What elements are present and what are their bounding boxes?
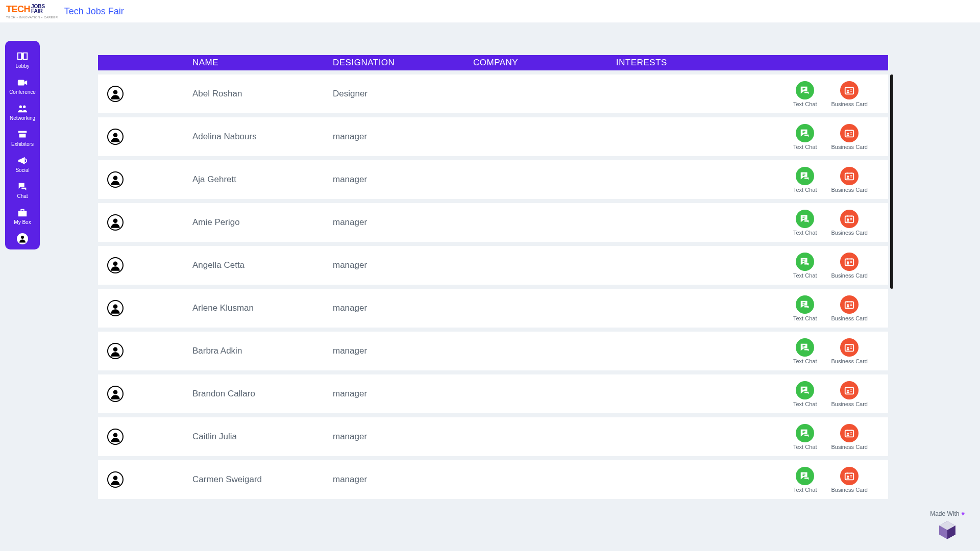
business-card-button[interactable]: Business Card [831, 295, 868, 321]
table-row: Adelina NaboursmanagerText ChatBusiness … [98, 117, 888, 156]
svg-point-31 [847, 390, 849, 392]
action-label: Business Card [831, 358, 868, 364]
cell-name: Arlene Klusman [192, 303, 333, 313]
text-chat-button[interactable]: Text Chat [793, 210, 817, 236]
text-chat-button[interactable]: Text Chat [793, 81, 817, 107]
svg-point-35 [113, 475, 118, 480]
svg-point-8 [113, 90, 118, 94]
action-label: Text Chat [793, 144, 817, 150]
sidebar-item-lobby[interactable]: Lobby [5, 48, 40, 74]
sidebar-item-conference[interactable]: Conference [5, 74, 40, 100]
col-header-company: COMPANY [473, 58, 616, 68]
table-row: Brandon CallaromanagerText ChatBusiness … [98, 374, 888, 413]
sidebar-item-social[interactable]: Social [5, 152, 40, 178]
business-card-button[interactable]: Business Card [831, 81, 868, 107]
user-avatar-icon[interactable] [107, 257, 124, 273]
sidebar-item-label: My Box [14, 219, 31, 225]
business-card-button[interactable]: Business Card [831, 210, 868, 236]
sidebar-user-avatar[interactable] [17, 233, 28, 244]
table-row: Aja GehrettmanagerText ChatBusiness Card [98, 160, 888, 199]
book-open-icon [17, 52, 28, 61]
sidebar-item-mybox[interactable]: My Box [5, 204, 40, 230]
sidebar-item-label: Exhibitors [11, 141, 34, 147]
business-card-button[interactable]: Business Card [831, 253, 868, 279]
table-row: Caitlin JuliamanagerText ChatBusiness Ca… [98, 417, 888, 456]
svg-rect-15 [845, 173, 854, 180]
svg-rect-9 [845, 87, 854, 94]
text-chat-button[interactable]: Text Chat [793, 467, 817, 493]
text-chat-button[interactable]: Text Chat [793, 424, 817, 450]
svg-rect-12 [845, 130, 854, 137]
business-card-button[interactable]: Business Card [831, 167, 868, 193]
users-icon [17, 104, 28, 113]
id-card-icon [840, 253, 859, 271]
svg-rect-36 [845, 473, 854, 480]
id-card-icon [840, 381, 859, 399]
user-avatar-icon[interactable] [107, 129, 124, 145]
chat-bubble-icon [796, 253, 814, 271]
scrollbar-thumb[interactable] [890, 74, 893, 289]
made-with-badge[interactable]: Made With ♥ [930, 510, 965, 541]
svg-rect-24 [845, 302, 854, 308]
svg-rect-6 [18, 211, 27, 216]
svg-point-37 [847, 475, 849, 478]
business-card-button[interactable]: Business Card [831, 424, 868, 450]
action-label: Text Chat [793, 315, 817, 321]
cell-designation: manager [333, 303, 473, 313]
text-chat-button[interactable]: Text Chat [793, 295, 817, 321]
cell-name: Adelina Nabours [192, 132, 333, 142]
user-avatar-icon[interactable] [107, 471, 124, 488]
business-card-button[interactable]: Business Card [831, 124, 868, 150]
sidebar-item-chat[interactable]: Chat [5, 178, 40, 204]
business-card-button[interactable]: Business Card [831, 467, 868, 493]
id-card-icon [840, 210, 859, 228]
cell-name: Caitlin Julia [192, 432, 333, 442]
brand-logo: TECH JOBSFAIR TECH • INNOVATION • CAREER [6, 5, 58, 17]
user-avatar-icon[interactable] [107, 343, 124, 359]
text-chat-button[interactable]: Text Chat [793, 381, 817, 407]
action-label: Text Chat [793, 101, 817, 107]
briefcase-icon [17, 208, 28, 217]
table-row: Abel RoshanDesignerText ChatBusiness Car… [98, 74, 888, 113]
text-chat-button[interactable]: Text Chat [793, 124, 817, 150]
col-header-designation: DESIGNATION [333, 58, 473, 68]
sidebar-item-label: Networking [10, 115, 35, 121]
sidebar-item-label: Social [15, 167, 29, 173]
table-row: Amie PerigomanagerText ChatBusiness Card [98, 203, 888, 242]
text-chat-button[interactable]: Text Chat [793, 338, 817, 364]
business-card-button[interactable]: Business Card [831, 381, 868, 407]
cell-designation: manager [333, 260, 473, 270]
cell-designation: manager [333, 174, 473, 185]
user-avatar-icon[interactable] [107, 300, 124, 316]
business-card-button[interactable]: Business Card [831, 338, 868, 364]
text-chat-button[interactable]: Text Chat [793, 253, 817, 279]
table-row: Angella CettamanagerText ChatBusiness Ca… [98, 246, 888, 285]
sidebar-item-exhibitors[interactable]: Exhibitors [5, 126, 40, 152]
chat-bubble-icon [796, 81, 814, 99]
user-avatar-icon[interactable] [107, 386, 124, 402]
user-avatar-icon[interactable] [107, 171, 124, 188]
sidebar-item-label: Conference [9, 89, 36, 95]
user-avatar-icon[interactable] [107, 86, 124, 102]
sidebar-item-networking[interactable]: Networking [5, 100, 40, 126]
id-card-icon [840, 81, 859, 99]
user-avatar-icon[interactable] [107, 214, 124, 231]
svg-point-14 [113, 176, 118, 180]
cell-designation: manager [333, 474, 473, 485]
svg-rect-0 [18, 80, 24, 86]
chat-bubble-icon [796, 124, 814, 142]
svg-point-32 [113, 433, 118, 437]
svg-point-11 [113, 133, 118, 137]
action-label: Text Chat [793, 187, 817, 193]
sidebar-item-label: Chat [17, 193, 28, 199]
svg-point-17 [113, 218, 118, 223]
cell-name: Amie Perigo [192, 217, 333, 228]
cell-name: Angella Cetta [192, 260, 333, 270]
user-avatar-icon[interactable] [107, 429, 124, 445]
svg-rect-18 [845, 216, 854, 222]
action-label: Text Chat [793, 230, 817, 236]
svg-point-19 [847, 218, 849, 220]
heart-icon: ♥ [961, 510, 965, 517]
id-card-icon [840, 167, 859, 185]
text-chat-button[interactable]: Text Chat [793, 167, 817, 193]
